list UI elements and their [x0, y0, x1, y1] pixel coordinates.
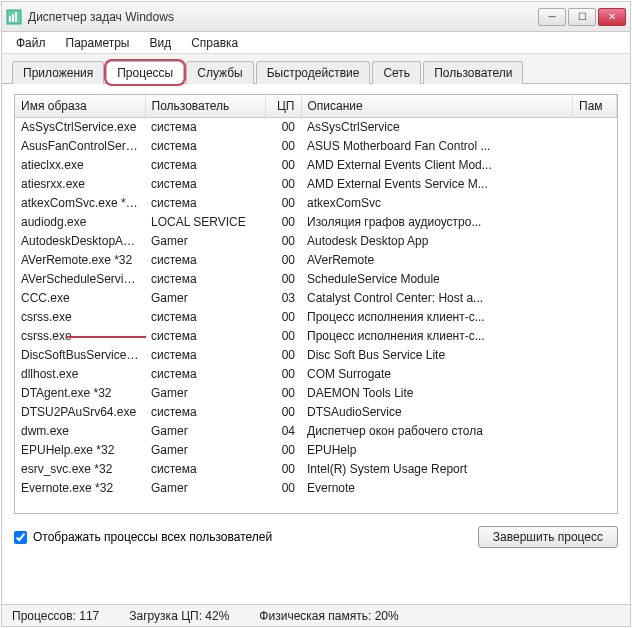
status-cpu: Загрузка ЦП: 42%	[129, 609, 229, 623]
table-row[interactable]: AsusFanControlServic...система00ASUS Mot…	[15, 137, 617, 156]
table-row[interactable]: AutodeskDesktopApp....Gamer00Autodesk De…	[15, 232, 617, 251]
minimize-button[interactable]: ─	[538, 8, 566, 26]
col-header-name[interactable]: Имя образа	[15, 95, 145, 118]
col-header-cpu[interactable]: ЦП	[265, 95, 301, 118]
tab-performance[interactable]: Быстродействие	[256, 61, 371, 84]
col-header-mem[interactable]: Пам	[573, 95, 617, 118]
cell-mem	[573, 327, 617, 346]
cell-cpu: 00	[265, 175, 301, 194]
table-row[interactable]: AVerRemote.exe *32система00AVerRemote	[15, 251, 617, 270]
maximize-button[interactable]: ☐	[568, 8, 596, 26]
cell-mem	[573, 270, 617, 289]
table-row[interactable]: dwm.exeGamer04Диспетчер окон рабочего ст…	[15, 422, 617, 441]
menu-file[interactable]: Файл	[8, 34, 54, 52]
cell-desc: AsSysCtrlService	[301, 118, 573, 137]
table-row[interactable]: atieclxx.exeсистема00AMD External Events…	[15, 156, 617, 175]
tab-processes[interactable]: Процессы	[106, 61, 184, 84]
cell-name: CCC.exe	[15, 289, 145, 308]
cell-desc: AVerRemote	[301, 251, 573, 270]
cell-user: система	[145, 175, 265, 194]
cell-desc: Evernote	[301, 479, 573, 498]
table-row[interactable]: AVerScheduleService....система00Schedule…	[15, 270, 617, 289]
cell-user: система	[145, 346, 265, 365]
menu-options[interactable]: Параметры	[58, 34, 138, 52]
bottom-bar: Отображать процессы всех пользователей З…	[2, 520, 630, 552]
table-row[interactable]: atiesrxx.exeсистема00AMD External Events…	[15, 175, 617, 194]
cell-user: система	[145, 270, 265, 289]
status-memory: Физическая память: 20%	[259, 609, 398, 623]
cell-name: dllhost.exe	[15, 365, 145, 384]
cell-desc: Диспетчер окон рабочего стола	[301, 422, 573, 441]
cell-mem	[573, 232, 617, 251]
table-row[interactable]: DTAgent.exe *32Gamer00DAEMON Tools Lite	[15, 384, 617, 403]
col-header-user[interactable]: Пользователь	[145, 95, 265, 118]
menubar: Файл Параметры Вид Справка	[2, 32, 630, 54]
cell-desc: Autodesk Desktop App	[301, 232, 573, 251]
table-row[interactable]: DTSU2PAuSrv64.exeсистема00DTSAudioServic…	[15, 403, 617, 422]
col-header-desc[interactable]: Описание	[301, 95, 573, 118]
window-title: Диспетчер задач Windows	[28, 10, 538, 24]
cell-user: Gamer	[145, 384, 265, 403]
cell-name: DiscSoftBusServiceLit...	[15, 346, 145, 365]
cell-desc: atkexComSvc	[301, 194, 573, 213]
table-row[interactable]: Evernote.exe *32Gamer00Evernote	[15, 479, 617, 498]
cell-user: система	[145, 194, 265, 213]
table-row[interactable]: DiscSoftBusServiceLit...система00Disc So…	[15, 346, 617, 365]
table-row[interactable]: dllhost.exeсистема00COM Surrogate	[15, 365, 617, 384]
taskmgr-icon	[6, 9, 22, 25]
cell-desc: Catalyst Control Center: Host a...	[301, 289, 573, 308]
cell-cpu: 04	[265, 422, 301, 441]
cell-cpu: 00	[265, 137, 301, 156]
tab-applications[interactable]: Приложения	[12, 61, 104, 84]
cell-mem	[573, 384, 617, 403]
cell-desc: Процесс исполнения клиент-с...	[301, 308, 573, 327]
cell-cpu: 00	[265, 251, 301, 270]
cell-desc: COM Surrogate	[301, 365, 573, 384]
table-row[interactable]: AsSysCtrlService.exeсистема00AsSysCtrlSe…	[15, 118, 617, 137]
end-process-button[interactable]: Завершить процесс	[478, 526, 618, 548]
cell-mem	[573, 118, 617, 137]
cell-name: dwm.exe	[15, 422, 145, 441]
cell-name: EPUHelp.exe *32	[15, 441, 145, 460]
cell-desc: Intel(R) System Usage Report	[301, 460, 573, 479]
table-row[interactable]: csrss.exeсистема00Процесс исполнения кли…	[15, 327, 617, 346]
cell-user: система	[145, 308, 265, 327]
cell-name: atiesrxx.exe	[15, 175, 145, 194]
cell-name: DTSU2PAuSrv64.exe	[15, 403, 145, 422]
cell-cpu: 00	[265, 270, 301, 289]
menu-help[interactable]: Справка	[183, 34, 246, 52]
cell-cpu: 00	[265, 346, 301, 365]
table-row[interactable]: csrss.exeсистема00Процесс исполнения кли…	[15, 308, 617, 327]
cell-cpu: 00	[265, 327, 301, 346]
cell-mem	[573, 365, 617, 384]
cell-user: система	[145, 137, 265, 156]
cell-desc: DTSAudioService	[301, 403, 573, 422]
cell-cpu: 03	[265, 289, 301, 308]
cell-cpu: 00	[265, 118, 301, 137]
table-row[interactable]: esrv_svc.exe *32система00Intel(R) System…	[15, 460, 617, 479]
cell-user: система	[145, 327, 265, 346]
table-row[interactable]: audiodg.exeLOCAL SERVICE00Изоляция графо…	[15, 213, 617, 232]
tab-network[interactable]: Сеть	[372, 61, 421, 84]
cell-user: Gamer	[145, 232, 265, 251]
cell-name: esrv_svc.exe *32	[15, 460, 145, 479]
menu-view[interactable]: Вид	[141, 34, 179, 52]
process-list[interactable]: Имя образа Пользователь ЦП Описание Пам …	[14, 94, 618, 514]
tab-services[interactable]: Службы	[186, 61, 253, 84]
cell-name: audiodg.exe	[15, 213, 145, 232]
cell-name: Evernote.exe *32	[15, 479, 145, 498]
table-row[interactable]: EPUHelp.exe *32Gamer00EPUHelp	[15, 441, 617, 460]
show-all-users-input[interactable]	[14, 531, 27, 544]
close-button[interactable]: ✕	[598, 8, 626, 26]
cell-mem	[573, 460, 617, 479]
cell-desc: DAEMON Tools Lite	[301, 384, 573, 403]
cell-name: AVerRemote.exe *32	[15, 251, 145, 270]
cell-name: DTAgent.exe *32	[15, 384, 145, 403]
tab-users[interactable]: Пользователи	[423, 61, 523, 84]
table-row[interactable]: CCC.exeGamer03Catalyst Control Center: H…	[15, 289, 617, 308]
cell-mem	[573, 403, 617, 422]
table-row[interactable]: atkexComSvc.exe *32система00atkexComSvc	[15, 194, 617, 213]
show-all-users-checkbox[interactable]: Отображать процессы всех пользователей	[14, 530, 478, 544]
cell-mem	[573, 175, 617, 194]
window-buttons: ─ ☐ ✕	[538, 8, 626, 26]
